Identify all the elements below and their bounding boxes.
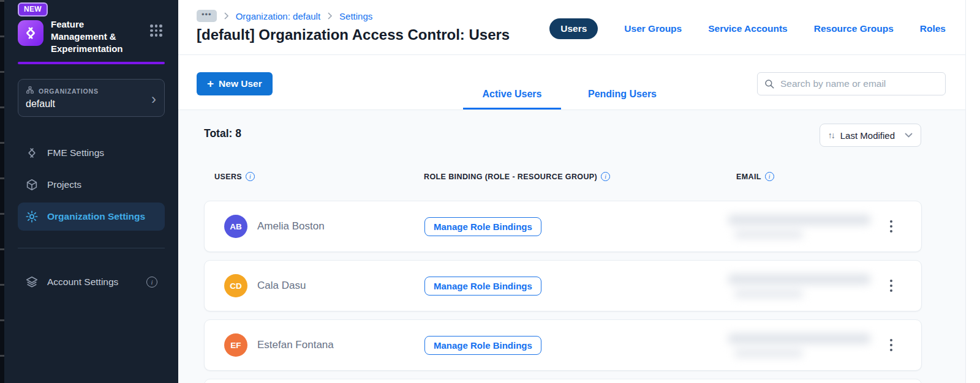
nav-tab-users[interactable]: Users	[549, 18, 598, 39]
sidebar-item-organization-settings[interactable]: Organization Settings	[18, 203, 165, 231]
manage-role-bindings-button[interactable]: Manage Role Bindings	[424, 277, 541, 296]
tab-pending-users[interactable]: Pending Users	[573, 89, 671, 110]
column-header-role-binding: ROLE BINDING (ROLE - RESOURCE GROUP) i	[424, 172, 610, 181]
table-row: AB Amelia Boston Manage Role Bindings	[204, 201, 922, 252]
table-header-row: USERS i ROLE BINDING (ROLE - RESOURCE GR…	[178, 172, 965, 183]
sort-dropdown-value: Last Modified	[840, 130, 899, 141]
info-icon[interactable]: i	[246, 172, 255, 181]
info-icon[interactable]: i	[765, 172, 774, 181]
plus-icon: +	[207, 78, 214, 89]
breadcrumb: ••• Organization: default Settings	[197, 10, 372, 22]
sidebar-item-account-settings[interactable]: Account Settings i	[18, 268, 165, 296]
kebab-menu-icon[interactable]	[884, 278, 898, 294]
sidebar-item-label: Organization Settings	[47, 211, 145, 222]
brand-accent-line	[18, 62, 165, 64]
cube-icon	[25, 178, 39, 192]
total-count: Total: 8	[204, 127, 241, 140]
nav-tab-service-accounts[interactable]: Service Accounts	[708, 23, 788, 34]
info-icon[interactable]: i	[601, 172, 610, 181]
organization-selector[interactable]: ORGANIZATIONS default ›	[18, 79, 165, 117]
search-box	[757, 72, 946, 95]
user-name: Estefan Fontana	[257, 339, 334, 351]
sidebar-menu: FME Settings Projects Organization Setti…	[18, 139, 165, 296]
app-brand: Feature Management & Experimentation	[18, 18, 165, 55]
organization-icon	[26, 86, 34, 97]
search-icon	[764, 78, 775, 89]
organization-current: default	[26, 99, 157, 110]
sidebar-divider	[18, 248, 165, 248]
page-title: [default] Organization Access Control: U…	[197, 26, 510, 43]
user-state-tabs: Active Users Pending Users	[463, 89, 671, 110]
email-redacted	[728, 274, 881, 298]
email-redacted	[728, 215, 881, 239]
kebab-menu-icon[interactable]	[884, 218, 898, 234]
split-outline-icon	[25, 146, 39, 160]
manage-role-bindings-button[interactable]: Manage Role Bindings	[424, 336, 541, 355]
kebab-menu-icon[interactable]	[884, 337, 898, 353]
organizations-label: ORGANIZATIONS	[39, 87, 99, 95]
sidebar-item-label: Account Settings	[47, 277, 118, 288]
new-user-button[interactable]: + New User	[197, 72, 273, 95]
user-name: Amelia Boston	[257, 220, 325, 232]
page-header: ••• Organization: default Settings [defa…	[178, 0, 965, 55]
search-input[interactable]	[780, 78, 939, 89]
right-gutter	[966, 0, 980, 383]
tab-active-users[interactable]: Active Users	[463, 89, 561, 110]
users-list-section: Total: 8 ↑↓ Last Modified USERS i ROLE B…	[178, 110, 965, 383]
new-badge: NEW	[18, 2, 48, 17]
nav-tab-user-groups[interactable]: User Groups	[624, 23, 682, 34]
sidebar: NEW Feature Management & Experimentation…	[4, 0, 178, 383]
chevron-right-icon: ›	[151, 92, 156, 106]
table-row: EF Estefan Fontana Manage Role Bindings	[204, 319, 922, 371]
sidebar-item-label: FME Settings	[47, 147, 104, 158]
sidebar-item-projects[interactable]: Projects	[18, 171, 165, 199]
avatar: AB	[224, 215, 247, 238]
chevron-down-icon	[905, 133, 913, 138]
nav-tab-roles[interactable]: Roles	[920, 23, 946, 34]
layers-icon	[25, 275, 39, 289]
sort-dropdown[interactable]: ↑↓ Last Modified	[820, 124, 921, 147]
table-row-partial	[204, 379, 922, 383]
column-header-email: EMAIL i	[736, 172, 774, 181]
split-logo-icon	[18, 20, 43, 46]
access-control-nav: Users User Groups Service Accounts Resou…	[549, 18, 946, 39]
breadcrumb-ellipsis-button[interactable]: •••	[197, 10, 217, 22]
toolbar: + New User Active Users Pending Users	[178, 55, 965, 110]
sidebar-item-label: Projects	[47, 179, 81, 190]
breadcrumb-link-organization[interactable]: Organization: default	[236, 11, 320, 21]
gear-icon	[25, 210, 39, 223]
user-name: Cala Dasu	[257, 280, 306, 292]
app-switcher-grid-icon[interactable]	[150, 24, 164, 37]
info-icon[interactable]: i	[146, 277, 157, 288]
chevron-right-icon	[327, 12, 333, 20]
avatar: CD	[224, 274, 247, 297]
background-window-edge	[0, 0, 4, 383]
sidebar-item-fme-settings[interactable]: FME Settings	[18, 139, 165, 167]
chevron-right-icon	[224, 12, 229, 20]
manage-role-bindings-button[interactable]: Manage Role Bindings	[424, 217, 541, 236]
email-redacted	[728, 333, 881, 357]
sort-arrows-icon: ↑↓	[828, 130, 834, 140]
main-content: ••• Organization: default Settings [defa…	[178, 0, 966, 383]
avatar: EF	[224, 333, 247, 357]
app-title: Feature Management & Experimentation	[51, 18, 133, 55]
column-header-users: USERS i	[214, 172, 255, 181]
table-row: CD Cala Dasu Manage Role Bindings	[204, 260, 922, 311]
breadcrumb-link-settings[interactable]: Settings	[339, 11, 372, 21]
users-list: AB Amelia Boston Manage Role Bindings CD…	[204, 201, 922, 383]
nav-tab-resource-groups[interactable]: Resource Groups	[814, 23, 894, 34]
